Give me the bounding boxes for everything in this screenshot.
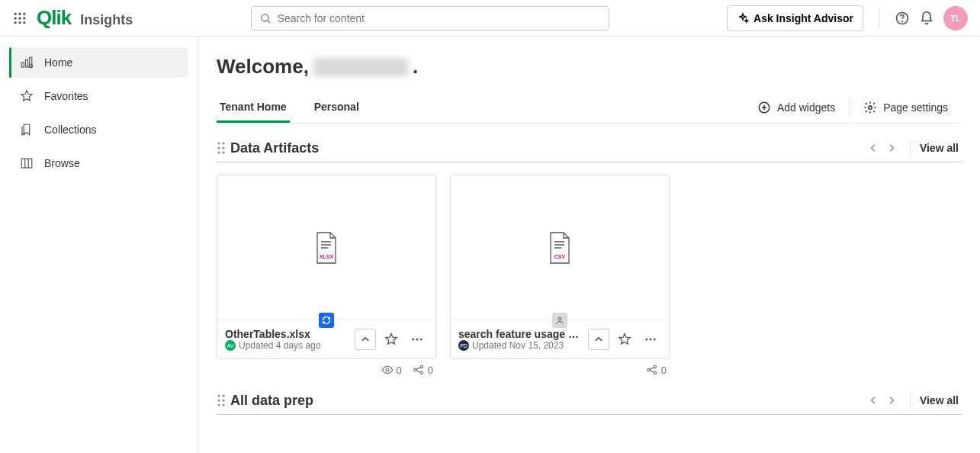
svg-point-27 <box>223 147 225 149</box>
svg-point-23 <box>869 106 872 110</box>
search-container <box>142 6 718 31</box>
svg-point-12 <box>902 21 903 21</box>
welcome-heading: Welcome, . <box>217 55 962 79</box>
svg-point-56 <box>218 395 220 397</box>
svg-point-1 <box>18 12 21 14</box>
owner-avatar: AV <box>225 340 236 351</box>
svg-line-54 <box>649 368 654 370</box>
gear-icon <box>863 101 877 114</box>
chevron-up-icon <box>593 334 604 345</box>
svg-point-6 <box>14 21 17 24</box>
star-icon <box>20 89 34 103</box>
sparkle-icon <box>737 12 749 24</box>
views-count: 0 <box>397 365 402 376</box>
svg-line-55 <box>649 371 654 373</box>
chevron-up-icon <box>360 334 371 345</box>
artifact-card[interactable]: CSV search feature usage 2023.csv <box>450 175 670 359</box>
svg-rect-13 <box>21 63 24 67</box>
card-favorite-button[interactable] <box>381 329 402 350</box>
card-title: search feature usage 2023.csv <box>458 328 583 340</box>
svg-point-9 <box>261 14 268 21</box>
section-title: Data Artifacts <box>230 140 319 156</box>
cards-row: XLSX OtherTables.xlsx AV <box>217 175 962 376</box>
svg-point-49 <box>650 339 652 341</box>
tabs-row: Tenant Home Personal Add widgets Page se… <box>217 92 962 124</box>
search-icon <box>259 12 272 24</box>
carousel-next-button[interactable] <box>882 139 901 157</box>
shares-meta: 0 <box>646 364 667 376</box>
brand-main: Qlik <box>37 6 71 30</box>
search-box[interactable] <box>251 6 609 31</box>
svg-rect-14 <box>26 59 28 67</box>
svg-point-57 <box>223 395 225 397</box>
card-meta: 0 <box>450 359 670 376</box>
bookmark-icon <box>20 123 34 137</box>
svg-point-25 <box>223 143 225 145</box>
plus-circle-icon <box>757 101 771 114</box>
app-header: Qlik Insights Ask Insight Advisor TL <box>0 0 980 37</box>
carousel-next-button[interactable] <box>882 391 901 410</box>
card-favorite-button[interactable] <box>614 329 635 350</box>
svg-line-10 <box>268 21 270 23</box>
brand-logo[interactable]: Qlik Insights <box>37 6 133 30</box>
view-all-link[interactable]: View all <box>920 394 959 406</box>
card-more-button[interactable] <box>640 329 661 350</box>
sidebar-item-label: Favorites <box>44 90 88 102</box>
svg-point-60 <box>218 404 220 406</box>
svg-rect-17 <box>21 159 32 168</box>
sidebar-item-home[interactable]: Home <box>9 47 188 78</box>
card-open-button[interactable] <box>355 329 376 350</box>
svg-point-36 <box>420 339 423 341</box>
sidebar-item-collections[interactable]: Collections <box>9 114 188 145</box>
shares-count: 0 <box>428 365 433 376</box>
user-avatar[interactable]: TL <box>943 6 968 31</box>
svg-point-24 <box>218 143 220 145</box>
card-more-button[interactable] <box>406 329 428 350</box>
help-icon[interactable] <box>895 11 910 26</box>
section-title: All data prep <box>230 393 313 409</box>
ask-insight-advisor-button[interactable]: Ask Insight Advisor <box>727 5 863 31</box>
sync-icon <box>322 316 331 325</box>
star-icon <box>618 333 631 346</box>
add-widgets-label: Add widgets <box>777 101 835 114</box>
brand-section: Insights <box>80 12 133 28</box>
person-icon <box>555 316 564 325</box>
sidebar-item-favorites[interactable]: Favorites <box>9 81 188 111</box>
file-xlsx-icon: XLSX <box>313 231 340 265</box>
carousel-prev-button[interactable] <box>864 139 882 157</box>
launcher-icon[interactable] <box>12 11 27 26</box>
separator <box>910 140 911 156</box>
tab-personal[interactable]: Personal <box>311 93 362 123</box>
card-open-button[interactable] <box>588 329 609 350</box>
section-header: All data prep View all <box>217 391 962 415</box>
svg-rect-15 <box>30 57 32 67</box>
svg-line-41 <box>416 368 420 370</box>
svg-point-26 <box>218 147 220 149</box>
drag-handle-icon[interactable] <box>217 394 226 407</box>
svg-point-61 <box>223 404 225 406</box>
svg-point-58 <box>218 400 220 402</box>
svg-line-42 <box>416 371 420 373</box>
search-input[interactable] <box>278 12 601 24</box>
page-settings-button[interactable]: Page settings <box>850 92 962 123</box>
home-icon <box>20 56 34 69</box>
card-thumbnail: XLSX <box>217 175 435 320</box>
welcome-username-redacted <box>313 58 408 76</box>
carousel-prev-button[interactable] <box>864 391 882 410</box>
sidebar-item-browse[interactable]: Browse <box>9 148 188 178</box>
drag-handle-icon[interactable] <box>217 141 226 155</box>
svg-point-35 <box>416 339 419 341</box>
add-widgets-button[interactable]: Add widgets <box>744 92 849 123</box>
card-thumbnail: CSV <box>451 175 669 320</box>
view-all-link[interactable]: View all <box>920 142 959 154</box>
bell-icon[interactable] <box>919 11 934 26</box>
file-csv-icon: CSV <box>546 231 574 265</box>
svg-point-47 <box>558 317 561 320</box>
page-settings-label: Page settings <box>883 101 948 114</box>
svg-point-4 <box>18 17 21 19</box>
svg-point-5 <box>23 17 25 19</box>
card-meta: 0 0 <box>217 359 436 376</box>
tab-tenant-home[interactable]: Tenant Home <box>217 93 290 123</box>
artifact-card[interactable]: XLSX OtherTables.xlsx AV <box>217 175 436 359</box>
space-badge <box>552 313 567 328</box>
